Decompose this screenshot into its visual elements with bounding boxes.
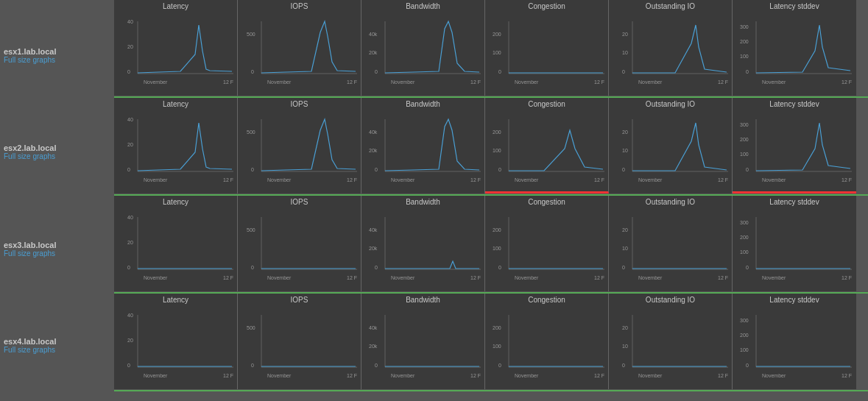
svg-text:12 F: 12 F: [223, 177, 233, 182]
chart-title-latency-esx2: Latency: [114, 98, 237, 108]
chart-congestion-esx1: Congestion 200 100 0 November 12 F: [485, 0, 609, 96]
svg-text:November: November: [267, 177, 292, 182]
svg-text:November: November: [391, 275, 415, 280]
svg-text:40: 40: [127, 117, 133, 122]
svg-text:12 F: 12 F: [347, 79, 357, 85]
host-name-esx4: esx4.lab.local: [4, 337, 57, 346]
svg-text:10: 10: [622, 50, 628, 55]
svg-text:0: 0: [498, 363, 501, 368]
svg-text:12 F: 12 F: [223, 275, 233, 280]
svg-text:November: November: [638, 275, 663, 280]
svg-text:0: 0: [375, 265, 378, 270]
chart-latency-esx3: Latency 40 20 0 November 12 F: [114, 196, 238, 291]
chart-latencystddev-esx3: Latency stddev 300 200 100 0 November 12…: [733, 196, 856, 291]
svg-text:12 F: 12 F: [347, 177, 357, 182]
chart-title-congestion-esx4: Congestion: [485, 294, 608, 304]
chart-outstandingio-esx2: Outstanding IO 20 10 0 November 12 F: [609, 98, 733, 194]
svg-text:12 F: 12 F: [223, 373, 233, 378]
svg-text:November: November: [267, 79, 292, 85]
svg-text:40k: 40k: [369, 325, 378, 330]
full-size-link-esx1[interactable]: Full size graphs: [4, 56, 55, 64]
svg-text:40k: 40k: [369, 129, 378, 135]
chart-bandwidth-esx4: Bandwidth 40k 20k 0 November 12 F: [361, 294, 485, 389]
full-size-link-esx2[interactable]: Full size graphs: [4, 152, 55, 160]
svg-text:20: 20: [622, 227, 628, 233]
host-name-esx2: esx2.lab.local: [4, 143, 57, 152]
svg-text:0: 0: [746, 265, 749, 270]
svg-text:40: 40: [127, 313, 133, 318]
chart-congestion-esx2: Congestion 200 100 0 November 12 F: [485, 98, 609, 194]
chart-title-outstandingio-esx3: Outstanding IO: [609, 196, 732, 206]
svg-text:12 F: 12 F: [347, 373, 357, 378]
chart-title-outstandingio-esx1: Outstanding IO: [609, 0, 732, 10]
svg-text:12 F: 12 F: [594, 275, 604, 280]
svg-text:November: November: [762, 373, 786, 378]
chart-title-latencystddev-esx4: Latency stddev: [733, 294, 856, 304]
host-name-esx1: esx1.lab.local: [4, 47, 57, 56]
svg-text:0: 0: [622, 69, 625, 74]
svg-text:200: 200: [493, 32, 501, 37]
svg-text:100: 100: [493, 344, 501, 349]
svg-text:November: November: [638, 373, 663, 378]
host-row-esx4: Latency 40 20 0 November 12 F IOPS 500 0: [114, 294, 868, 391]
svg-text:12 F: 12 F: [470, 177, 481, 182]
svg-text:12 F: 12 F: [223, 79, 233, 85]
svg-text:November: November: [762, 275, 786, 280]
chart-title-bandwidth-esx2: Bandwidth: [361, 98, 484, 108]
main-container: esx1.lab.local Full size graphs esx2.lab…: [0, 0, 868, 401]
chart-latencystddev-esx1: Latency stddev 300 200 100 0 November 12…: [733, 0, 856, 96]
svg-text:0: 0: [622, 265, 625, 270]
svg-text:November: November: [762, 177, 786, 182]
chart-title-latencystddev-esx2: Latency stddev: [733, 98, 856, 108]
host-label-esx4: esx4.lab.local Full size graphs: [4, 297, 110, 393]
svg-text:November: November: [638, 79, 663, 85]
svg-text:200: 200: [740, 137, 749, 142]
svg-text:20: 20: [127, 240, 133, 245]
svg-text:0: 0: [375, 167, 378, 172]
chart-latencystddev-esx2: Latency stddev 300 200 100 0 November 12…: [733, 98, 856, 194]
svg-text:November: November: [391, 373, 415, 378]
chart-title-congestion-esx2: Congestion: [485, 98, 608, 108]
full-size-link-esx4[interactable]: Full size graphs: [4, 346, 55, 354]
svg-text:12 F: 12 F: [718, 275, 728, 280]
host-labels: esx1.lab.local Full size graphs esx2.lab…: [0, 0, 114, 401]
svg-text:0: 0: [375, 363, 378, 368]
svg-text:200: 200: [493, 129, 501, 135]
chart-title-bandwidth-esx1: Bandwidth: [361, 0, 484, 10]
svg-text:0: 0: [498, 167, 501, 172]
svg-text:November: November: [391, 177, 415, 182]
chart-bandwidth-esx1: Bandwidth 40k 20k 0 November 12 F: [361, 0, 485, 96]
svg-text:40: 40: [127, 19, 133, 24]
svg-text:November: November: [267, 373, 292, 378]
svg-text:0: 0: [127, 167, 130, 172]
svg-text:12 F: 12 F: [470, 373, 481, 378]
svg-text:November: November: [515, 177, 539, 182]
svg-text:100: 100: [740, 249, 749, 255]
svg-text:November: November: [515, 373, 539, 378]
chart-latency-esx4: Latency 40 20 0 November 12 F: [114, 294, 238, 389]
svg-text:0: 0: [622, 363, 625, 368]
chart-title-congestion-esx3: Congestion: [485, 196, 608, 206]
chart-congestion-esx4: Congestion 200 100 0 November 12 F: [485, 294, 609, 389]
svg-text:12 F: 12 F: [718, 177, 728, 182]
full-size-link-esx3[interactable]: Full size graphs: [4, 249, 55, 258]
chart-latency-esx2: Latency 40 20 0 November 12 F: [114, 98, 238, 194]
svg-text:200: 200: [493, 227, 501, 233]
chart-iops-esx4: IOPS 500 0 November 12 F: [238, 294, 361, 389]
svg-text:12 F: 12 F: [594, 79, 604, 85]
svg-text:500: 500: [247, 227, 255, 233]
svg-text:0: 0: [746, 363, 749, 368]
svg-text:500: 500: [247, 129, 255, 135]
svg-text:20: 20: [127, 338, 133, 343]
svg-text:20k: 20k: [369, 50, 378, 55]
svg-text:200: 200: [493, 325, 501, 330]
chart-latency-esx1: Latency 40 20 0 November 12 F: [114, 0, 238, 96]
chart-title-bandwidth-esx4: Bandwidth: [361, 294, 484, 304]
svg-text:100: 100: [740, 347, 749, 352]
svg-text:12 F: 12 F: [841, 79, 852, 85]
host-row-esx1: Latency 40 20 0 November 12 F IOPS 500 0: [114, 0, 868, 98]
svg-text:20k: 20k: [369, 148, 378, 153]
chart-bandwidth-esx2: Bandwidth 40k 20k 0 November 12 F: [361, 98, 485, 194]
svg-text:40k: 40k: [369, 227, 378, 233]
svg-text:100: 100: [493, 50, 501, 55]
